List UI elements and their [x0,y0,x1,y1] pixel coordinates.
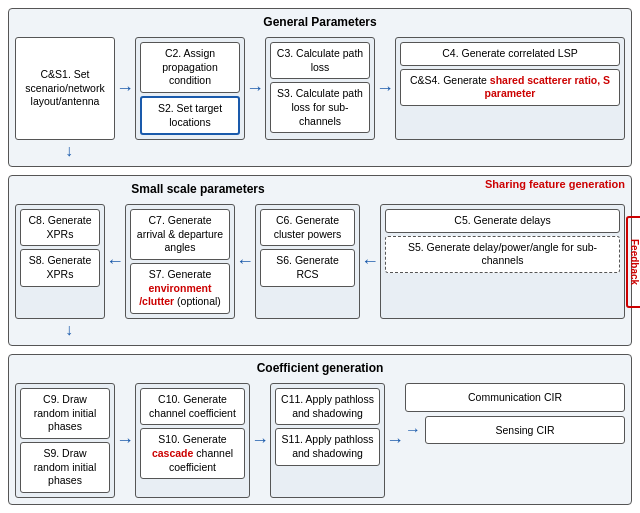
sensing-cir-label: Sensing CIR [496,423,555,438]
box-c2: C2. Assign propagation condition [140,42,240,93]
box-sensing-cir: Sensing CIR [425,416,625,445]
coefficient-title: Coefficient generation [15,361,625,375]
box-c11: C11. Apply pathloss and shadowing [275,388,380,425]
box-s6: S6. Generate RCS [260,249,355,286]
box-cs4: C&S4. Generate shared scatterer ratio, S… [400,69,620,106]
arrow-gp-down: ↓ [65,142,73,160]
box-c5: C5. Generate delays [385,209,620,233]
box-c7: C7. Generate arrival & departure angles [130,209,230,260]
box-comm-cir: Communication CIR [405,383,625,412]
box-c9: C9. Draw random initial phases [20,388,110,439]
general-parameters-title: General Parameters [15,15,625,29]
box-cs1-text: C&S1. Set scenario/network layout/antenn… [21,68,109,109]
arrow-c3-c4: → [375,37,395,140]
box-c6: C6. Generate cluster powers [260,209,355,246]
box-c8: C8. Generate XPRs [20,209,100,246]
box-s9: S9. Draw random initial phases [20,442,110,493]
feedback-label: Feedback [626,216,641,308]
arrow-c6-c5: ← [360,204,380,319]
box-c3: C3. Calculate path loss [270,42,370,79]
general-parameters-section: General Parameters C&S1. Set scenario/ne… [8,8,632,167]
arrow-c8-c7: ← [105,204,125,319]
arrow-c11-cir: → [385,383,405,498]
box-s2: S2. Set target locations [140,96,240,135]
box-s3: S3. Calculate path loss for sub-channels [270,82,370,133]
box-cs1: C&S1. Set scenario/network layout/antenn… [15,37,115,140]
box-s7: S7. Generate environment /clutter (optio… [130,263,230,314]
comm-cir-label: Communication CIR [468,390,562,405]
arrow-c2-c3: → [245,37,265,140]
box-s8: S8. Generate XPRs [20,249,100,286]
box-s5: S5. Generate delay/power/angle for sub-c… [385,236,620,273]
small-scale-section: Small scale parameters Sharing feature g… [8,175,632,346]
arrow-c7-c6: ← [235,204,255,319]
arrow-c10-c11: → [250,383,270,498]
arrow-c9-c10: → [115,383,135,498]
box-s10: S10. Generate cascade channel coefficien… [140,428,245,479]
small-scale-title: Small scale parameters [15,182,381,196]
arrow-cs1-c2: → [115,37,135,140]
coefficient-section: Coefficient generation C9. Draw random i… [8,354,632,505]
box-c10: C10. Generate channel coefficient [140,388,245,425]
arrow-s11-sensing: → [405,421,421,439]
box-s11: S11. Apply pathloss and shadowing [275,428,380,465]
arrow-ss-down: ↓ [65,321,73,339]
sharing-feature-label: Sharing feature generation [485,178,625,190]
main-diagram: General Parameters C&S1. Set scenario/ne… [8,8,632,505]
box-c4: C4. Generate correlated LSP [400,42,620,66]
